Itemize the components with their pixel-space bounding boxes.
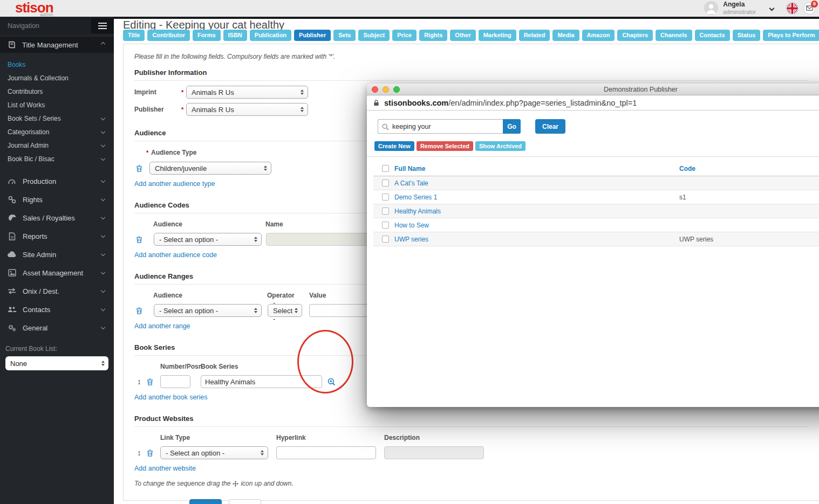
row-checkbox[interactable] — [382, 194, 389, 201]
websites-col-link-type: Link Type — [160, 434, 276, 441]
imprint-select[interactable]: Animals R Us — [186, 86, 308, 99]
sidebar-item-books[interactable]: Books — [0, 58, 114, 71]
menu-toggle-button[interactable] — [91, 18, 114, 33]
go-button[interactable]: Go — [503, 119, 521, 134]
tab-marketing[interactable]: Marketing — [479, 30, 516, 41]
sidebar-item-book-bic-bisac[interactable]: Book Bic / Bisac — [0, 152, 114, 165]
series-name-link[interactable]: UWP series — [394, 236, 428, 243]
trash-icon[interactable] — [146, 378, 154, 386]
tab-related[interactable]: Related — [519, 30, 550, 41]
clear-button[interactable]: Clear — [535, 119, 565, 134]
row-checkbox[interactable] — [382, 179, 389, 187]
cancel-button[interactable]: Cancel — [229, 499, 261, 504]
tab-contacts[interactable]: Contacts — [695, 30, 730, 41]
sidebar-item-label: Categorisation — [8, 128, 49, 136]
sidebar-item-rights[interactable]: Rights — [0, 190, 114, 209]
window-close-button[interactable] — [372, 86, 378, 93]
series-number-input[interactable] — [160, 375, 190, 388]
series-name-link[interactable]: Healthy Animals — [394, 208, 441, 215]
row-checkbox[interactable] — [382, 208, 389, 215]
trash-icon[interactable] — [146, 449, 154, 457]
chevron-down-icon[interactable] — [769, 5, 775, 11]
tab-media[interactable]: Media — [552, 30, 579, 41]
sidebar-item-contributors[interactable]: Contributors — [0, 85, 114, 98]
update-button[interactable]: Update — [189, 499, 222, 504]
avatar[interactable] — [704, 1, 718, 15]
tab-rights[interactable]: Rights — [419, 30, 447, 41]
section-heading-product-websites: Product Websites — [134, 415, 809, 427]
row-checkbox[interactable] — [382, 236, 389, 243]
sidebar-item-book-sets-series[interactable]: Book Sets / Series — [0, 112, 114, 125]
sidebar-item-journals-collection[interactable]: Journals & Collection — [0, 71, 114, 85]
series-name-link[interactable]: How to Sew — [394, 222, 429, 229]
required-marker: * — [146, 149, 151, 156]
series-name-link[interactable]: A Cat's Tale — [394, 179, 428, 187]
create-new-button[interactable]: Create New — [374, 141, 414, 151]
tab-isbn[interactable]: ISBN — [223, 30, 247, 41]
current-book-list-select[interactable]: None — [5, 356, 108, 370]
sidebar-item-categorisation[interactable]: Categorisation — [0, 125, 114, 139]
drag-handle-icon[interactable]: ↕ — [136, 448, 142, 457]
sidebar-item-production[interactable]: Production — [0, 172, 114, 190]
sidebar-item-onix-dest[interactable]: Onix / Dest. — [0, 282, 114, 300]
tab-other[interactable]: Other — [450, 30, 475, 41]
sidebar-item-label: Production — [23, 177, 56, 185]
add-website-link[interactable]: Add another website — [134, 465, 196, 472]
sidebar-item-sales-royalties[interactable]: Sales / Royalties — [0, 209, 114, 227]
trash-icon[interactable] — [135, 307, 144, 315]
series-name-link[interactable]: Demo Series 1 — [394, 194, 437, 201]
tab-chapters[interactable]: Chapters — [617, 30, 653, 41]
drag-handle-icon[interactable]: ↕ — [136, 377, 142, 386]
window-titlebar[interactable]: Demonstration Publisher — [367, 84, 819, 95]
sidebar-item-list-of-works[interactable]: List of Works — [0, 98, 114, 112]
tab-amazon[interactable]: Amazon — [582, 30, 615, 41]
audience-code-select[interactable]: - Select an option - — [154, 233, 262, 246]
hyperlink-input[interactable] — [276, 446, 376, 459]
add-range-link[interactable]: Add another range — [134, 322, 190, 330]
window-maximize-button[interactable] — [393, 86, 400, 93]
add-audience-type-link[interactable]: Add another audience type — [134, 180, 215, 188]
tab-subject[interactable]: Subject — [358, 30, 390, 41]
sidebar-item-label: Site Admin — [23, 251, 56, 259]
tab-contributor[interactable]: Contributor — [147, 30, 189, 41]
trash-icon[interactable] — [135, 236, 144, 244]
user-menu[interactable]: Angela administrator — [723, 1, 756, 15]
column-header-full-name[interactable]: Full Name — [394, 165, 425, 172]
publisher-select[interactable]: Animals R Us — [186, 103, 308, 116]
row-checkbox[interactable] — [382, 222, 389, 229]
chevron-down-icon — [101, 142, 105, 147]
tab-title[interactable]: Title — [123, 30, 145, 41]
sidebar-item-general[interactable]: General — [0, 319, 114, 337]
sidebar-item-asset-management[interactable]: Asset Management — [0, 264, 114, 282]
add-audience-code-link[interactable]: Add another audience code — [134, 251, 217, 259]
show-archived-button[interactable]: Show Archived — [475, 141, 525, 151]
range-value-input[interactable] — [309, 304, 373, 317]
audience-type-select[interactable]: Children/juvenile — [149, 162, 271, 175]
audience-codes-col-audience: Audience — [153, 220, 265, 228]
sidebar-item-contacts[interactable]: Contacts — [0, 300, 114, 319]
link-type-select[interactable]: - Select an option - — [160, 446, 268, 459]
sidebar-item-title-management[interactable]: Title Management — [0, 37, 114, 53]
tab-forms[interactable]: Forms — [193, 30, 221, 41]
audience-range-select[interactable]: - Select an option - — [154, 304, 262, 317]
remove-selected-button[interactable]: Remove Selected — [417, 141, 473, 151]
sidebar-item-reports[interactable]: Reports — [0, 227, 114, 245]
operator-select[interactable]: - Select - — [268, 304, 302, 317]
window-minimize-button[interactable] — [383, 86, 389, 93]
tab-publication[interactable]: Publication — [250, 30, 291, 41]
sidebar-item-journal-admin[interactable]: Journal Admin — [0, 139, 114, 152]
add-book-series-link[interactable]: Add another book series — [134, 393, 208, 401]
tab-price[interactable]: Price — [392, 30, 417, 41]
tab-status[interactable]: Status — [733, 30, 761, 41]
select-all-checkbox[interactable] — [382, 165, 389, 172]
mail-button[interactable]: 9 — [803, 2, 816, 15]
column-header-code[interactable]: Code — [679, 165, 695, 172]
tab-plays-to-perform[interactable]: Plays to Perform — [763, 30, 819, 41]
language-flag-button[interactable] — [786, 2, 798, 15]
tab-channels[interactable]: Channels — [656, 30, 692, 41]
sidebar-item-site-admin[interactable]: Site Admin — [0, 245, 114, 264]
tab-publisher[interactable]: Publisher — [294, 30, 331, 41]
search-input[interactable] — [378, 119, 503, 134]
tab-sets[interactable]: Sets — [333, 30, 356, 41]
trash-icon[interactable] — [135, 164, 144, 172]
